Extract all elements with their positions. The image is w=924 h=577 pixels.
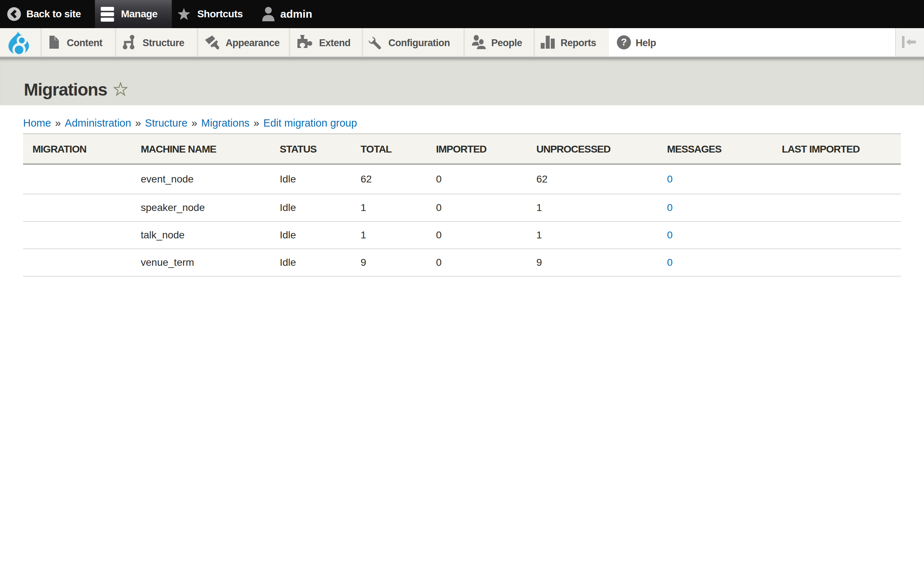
svg-text:?: ? [621,37,627,48]
